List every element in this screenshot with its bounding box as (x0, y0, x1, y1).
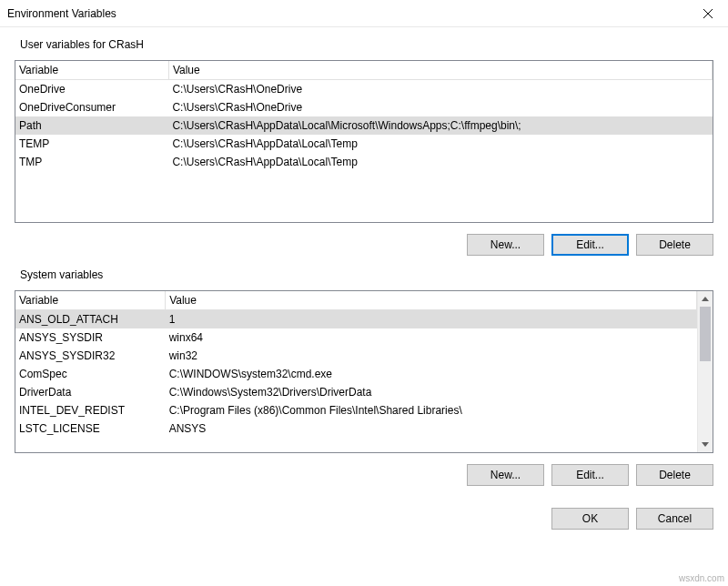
cell-value: C:\Users\CRasH\AppData\Local\Temp (168, 135, 712, 153)
header-value[interactable]: Value (166, 291, 697, 310)
system-delete-button[interactable]: Delete (636, 464, 713, 486)
user-new-button[interactable]: New... (467, 234, 544, 256)
cell-variable: ComSpec (15, 365, 166, 383)
user-edit-button[interactable]: Edit... (551, 234, 629, 256)
titlebar: Environment Variables (0, 0, 728, 27)
scrollbar[interactable] (697, 291, 713, 452)
cell-value: C:\Users\CRasH\OneDrive (168, 80, 712, 99)
table-row[interactable]: LSTC_LICENSEANSYS (15, 419, 697, 438)
scroll-up-icon[interactable] (698, 291, 713, 307)
header-variable[interactable]: Variable (15, 291, 166, 310)
cell-variable: TMP (15, 153, 168, 171)
system-buttons-row: New... Edit... Delete (15, 464, 713, 486)
cell-value: win32 (166, 347, 697, 365)
cell-variable: ANSYS_SYSDIR32 (15, 347, 166, 365)
table-row[interactable]: ComSpecC:\WINDOWS\system32\cmd.exe (15, 365, 697, 383)
cell-variable: OneDrive (15, 80, 168, 99)
cell-value: C:\Users\CRasH\AppData\Local\Microsoft\W… (168, 116, 712, 135)
system-edit-button[interactable]: Edit... (551, 464, 629, 486)
system-variables-table[interactable]: Variable Value ANS_OLD_ATTACH1ANSYS_SYSD… (15, 290, 713, 453)
cell-variable: TEMP (15, 135, 168, 153)
table-header-row[interactable]: Variable Value (15, 61, 713, 80)
table-header-row[interactable]: Variable Value (15, 291, 697, 310)
table-row[interactable]: ANS_OLD_ATTACH1 (15, 310, 697, 329)
table-row[interactable]: ANSYS_SYSDIR32win32 (15, 347, 697, 365)
cell-variable: ANSYS_SYSDIR (15, 328, 166, 347)
cell-variable: INTEL_DEV_REDIST (15, 401, 166, 419)
header-value[interactable]: Value (168, 61, 712, 80)
svg-marker-3 (702, 442, 709, 447)
cell-value: C:\WINDOWS\system32\cmd.exe (166, 365, 697, 383)
user-buttons-row: New... Edit... Delete (15, 234, 713, 256)
system-variables-group: System variables Variable Value ANS_OLD_… (15, 268, 713, 486)
table-row[interactable]: DriverDataC:\Windows\System32\Drivers\Dr… (15, 383, 697, 401)
dialog-body: User variables for CRasH Variable Value … (0, 27, 728, 486)
cancel-button[interactable]: Cancel (636, 508, 713, 530)
user-variables-label: User variables for CRasH (15, 38, 713, 51)
ok-button[interactable]: OK (551, 508, 629, 530)
cell-variable: ANS_OLD_ATTACH (15, 310, 166, 329)
window-title: Environment Variables (7, 7, 116, 20)
table-row[interactable]: PathC:\Users\CRasH\AppData\Local\Microso… (15, 116, 713, 135)
cell-value: winx64 (166, 328, 697, 347)
user-variables-group: User variables for CRasH Variable Value … (15, 38, 713, 256)
cell-variable: DriverData (15, 383, 166, 401)
user-variables-table[interactable]: Variable Value OneDriveC:\Users\CRasH\On… (15, 60, 713, 223)
close-button[interactable] (687, 0, 728, 27)
table-row[interactable]: OneDriveC:\Users\CRasH\OneDrive (15, 80, 713, 99)
scrollbar-track[interactable] (698, 307, 713, 437)
close-icon (703, 9, 713, 18)
system-variables-label: System variables (15, 268, 713, 281)
cell-value: ANSYS (166, 419, 697, 438)
user-delete-button[interactable]: Delete (636, 234, 713, 256)
table-row[interactable]: TEMPC:\Users\CRasH\AppData\Local\Temp (15, 135, 713, 153)
cell-value: C:\Users\CRasH\OneDrive (168, 98, 712, 116)
cell-variable: Path (15, 116, 168, 135)
watermark: wsxdn.com (679, 573, 724, 583)
svg-marker-2 (702, 297, 709, 301)
cell-value: 1 (166, 310, 697, 329)
table-row[interactable]: TMPC:\Users\CRasH\AppData\Local\Temp (15, 153, 713, 171)
cell-variable: LSTC_LICENSE (15, 419, 166, 438)
cell-value: C:\Program Files (x86)\Common Files\Inte… (166, 401, 697, 419)
scroll-down-icon[interactable] (698, 437, 713, 452)
header-variable[interactable]: Variable (15, 61, 168, 80)
table-row[interactable]: OneDriveConsumerC:\Users\CRasH\OneDrive (15, 98, 713, 116)
dialog-footer: OK Cancel (0, 499, 728, 541)
scrollbar-thumb[interactable] (700, 307, 711, 361)
cell-value: C:\Windows\System32\Drivers\DriverData (166, 383, 697, 401)
cell-value: C:\Users\CRasH\AppData\Local\Temp (168, 153, 712, 171)
cell-variable: OneDriveConsumer (15, 98, 168, 116)
system-new-button[interactable]: New... (467, 464, 544, 486)
table-row[interactable]: ANSYS_SYSDIRwinx64 (15, 328, 697, 347)
table-row[interactable]: INTEL_DEV_REDISTC:\Program Files (x86)\C… (15, 401, 697, 419)
